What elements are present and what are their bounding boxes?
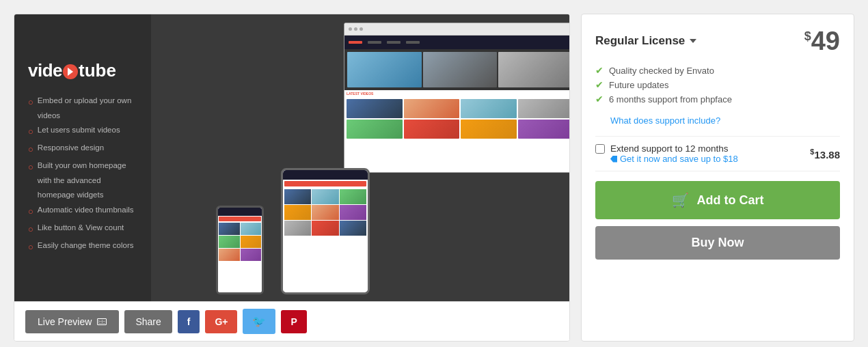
currency-symbol: $ (804, 29, 811, 43)
check-icon: ✔ (595, 94, 603, 105)
extend-support-left: Extend support to 12 months Get it now a… (595, 143, 738, 164)
browser-dot (349, 27, 352, 31)
twitter-button[interactable]: 🐦 (243, 309, 275, 334)
mockup-tablet-header (283, 170, 368, 180)
mockup-phone-grid (218, 222, 262, 262)
brand-name-part1: vide (28, 60, 62, 81)
extend-price-value: 13.88 (814, 149, 840, 161)
tag-icon (610, 156, 617, 163)
extend-title: Extend support to 12 months (610, 143, 738, 154)
add-to-cart-button[interactable]: 🛒 Add to Cart (595, 181, 840, 219)
cart-icon: 🛒 (672, 192, 689, 208)
license-label: Regular License (595, 34, 685, 48)
mockup-thumb (404, 120, 460, 139)
license-selector[interactable]: Regular License (595, 34, 696, 48)
browser-dot (360, 27, 363, 31)
mockup-thumb (347, 99, 403, 118)
tablet-thumb (340, 205, 366, 220)
bottom-bar: Live Preview Share f G+ 🐦 P (14, 301, 569, 341)
feature-list-area: videtube ○Embed or upload your own video… (14, 14, 151, 301)
phone-thumb (241, 236, 262, 248)
mockup-thumb (518, 99, 570, 118)
add-to-cart-label: Add to Cart (697, 193, 764, 208)
feature-text: Built your own homepage with the advance… (38, 158, 137, 204)
bullet-icon: ○ (28, 124, 33, 141)
brand-logo: videtube (28, 60, 137, 81)
feature-text: Easily change theme colors (38, 238, 134, 253)
browser-bar (344, 23, 569, 36)
extend-support-checkbox[interactable] (595, 144, 605, 154)
feature-text: Like button & View count (38, 221, 124, 236)
checklist-item: ✔ Quality checked by Envato (595, 65, 840, 76)
preview-grid-icon (97, 318, 107, 325)
feature-text: Responsive design (38, 141, 104, 156)
bullet-icon: ○ (28, 239, 33, 256)
preview-area: videtube ○Embed or upload your own video… (14, 14, 569, 301)
license-header: Regular License $49 (595, 28, 840, 54)
support-link[interactable]: What does support include? (610, 115, 720, 126)
list-item: ○Automatic video thumbnails (28, 203, 137, 221)
brand-name-part2: tube (79, 60, 116, 81)
nav-dot (406, 41, 420, 44)
tablet-thumb (312, 205, 338, 220)
mockup-thumb (347, 120, 403, 139)
right-panel: Regular License $49 ✔ Quality checked by… (581, 14, 854, 342)
extend-save-text: Get it now and save up to $18 (610, 154, 738, 164)
list-item: ○Responsive design (28, 141, 137, 158)
bullet-icon: ○ (28, 221, 33, 238)
checklist-item: ✔ Future updates (595, 79, 840, 90)
facebook-button[interactable]: f (178, 310, 200, 333)
checklist-text: Quality checked by Envato (609, 66, 714, 76)
checklist-text: 6 months support from phpface (609, 94, 732, 105)
buy-now-button[interactable]: Buy Now (595, 226, 840, 260)
feature-text: Embed or upload your own videos (38, 94, 137, 124)
extend-support-section: Extend support to 12 months Get it now a… (595, 136, 840, 171)
mockup-tablet (281, 168, 370, 294)
extend-price: $13.88 (810, 148, 840, 161)
browser-dot (354, 27, 357, 31)
gplus-button[interactable]: G+ (205, 310, 237, 333)
screenshot-area: LATEST VIDEOS (151, 14, 569, 301)
tablet-thumb (284, 205, 311, 220)
check-icon: ✔ (595, 79, 603, 90)
price-value: 49 (811, 27, 840, 55)
tablet-thumb (340, 221, 366, 236)
check-icon: ✔ (595, 65, 603, 76)
extend-save-link[interactable]: Get it now and save up to $18 (620, 154, 738, 164)
mockup-desktop: LATEST VIDEOS (344, 23, 569, 173)
phone-thumb (219, 223, 240, 235)
tablet-thumb (284, 189, 311, 204)
checklist-item: ✔ 6 months support from phpface (595, 94, 840, 105)
mockup-grid (344, 97, 569, 141)
bullet-icon: ○ (28, 204, 33, 221)
feature-text: Let users submit videos (38, 123, 120, 138)
list-item: ○Like button & View count (28, 221, 137, 238)
mockup-tablet-grid (283, 188, 368, 237)
tablet-thumb (284, 221, 311, 236)
list-item: ○Embed or upload your own videos (28, 94, 137, 124)
mockup-content: LATEST VIDEOS (344, 36, 569, 172)
page-wrapper: videtube ○Embed or upload your own video… (14, 14, 854, 342)
pinterest-button[interactable]: P (281, 310, 306, 333)
mockup-thumb (518, 120, 570, 139)
mockup-thumb (461, 99, 517, 118)
bullet-icon: ○ (28, 159, 33, 176)
live-preview-button[interactable]: Live Preview (25, 310, 119, 333)
mockup-featured (344, 49, 569, 90)
bullet-icon: ○ (28, 94, 33, 111)
bullet-icon: ○ (28, 141, 33, 158)
list-item: ○Easily change theme colors (28, 238, 137, 256)
phone-thumb (219, 236, 240, 248)
share-button[interactable]: Share (124, 310, 172, 333)
feature-list: ○Embed or upload your own videos ○Let us… (28, 94, 137, 256)
mockup-phone-inner (218, 208, 262, 292)
phone-thumb (241, 249, 262, 261)
tablet-thumb (312, 221, 338, 236)
live-preview-label: Live Preview (38, 316, 92, 327)
brand-play-icon (63, 64, 78, 79)
list-item: ○Built your own homepage with the advanc… (28, 158, 137, 204)
nav-dot (368, 41, 381, 44)
checklist-text: Future updates (609, 80, 668, 90)
nav-dot (349, 41, 362, 44)
price-display: $49 (804, 28, 840, 54)
